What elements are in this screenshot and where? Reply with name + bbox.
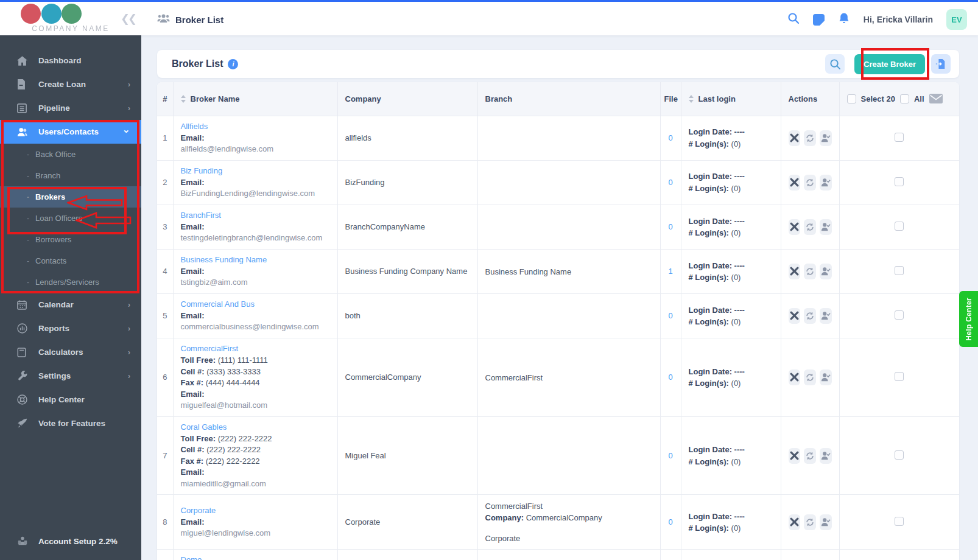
file-count-link[interactable]: 0 bbox=[660, 416, 681, 495]
delete-x-icon[interactable] bbox=[789, 264, 801, 279]
sidebar-item-dashboard[interactable]: Dashboard bbox=[0, 49, 141, 72]
impersonate-user-icon[interactable] bbox=[820, 448, 832, 464]
sidebar-collapse-icon[interactable]: ❮❮ bbox=[121, 12, 135, 26]
reports-icon bbox=[17, 323, 28, 334]
company-name-text: COMPANY NAME bbox=[0, 24, 141, 33]
file-count-link[interactable]: 0 bbox=[660, 338, 681, 416]
table-search-button[interactable] bbox=[825, 54, 845, 74]
company-cell: BranchCompanyName bbox=[337, 205, 477, 249]
file-count-link[interactable]: 1 bbox=[660, 249, 681, 293]
help-center-tab[interactable]: Help Center bbox=[959, 291, 978, 347]
row-checkbox[interactable] bbox=[895, 222, 904, 231]
sidebar-item-loan-officers[interactable]: -Loan Officers bbox=[0, 208, 141, 229]
notifications-bell-icon[interactable] bbox=[838, 12, 850, 27]
sidebar-item-users-contacts[interactable]: Users/Contacts⌄ bbox=[0, 120, 141, 144]
broker-name-link[interactable]: Biz Funding bbox=[181, 166, 223, 175]
resend-sync-icon[interactable] bbox=[804, 130, 816, 146]
sidebar-item-lenders-servicers[interactable]: -Lenders/Servicers bbox=[0, 271, 141, 293]
sidebar-item-calculators[interactable]: Calculators› bbox=[0, 340, 141, 364]
impersonate-user-icon[interactable] bbox=[820, 219, 832, 235]
broker-name-link[interactable]: Demo bbox=[181, 555, 202, 560]
export-button[interactable] bbox=[931, 54, 951, 74]
impersonate-user-icon[interactable] bbox=[820, 130, 832, 146]
impersonate-user-icon[interactable] bbox=[820, 514, 832, 530]
resend-sync-icon[interactable] bbox=[804, 264, 816, 279]
col-header-last-login[interactable]: Last login bbox=[681, 82, 781, 116]
sidebar-item-pipeline[interactable]: Pipeline› bbox=[0, 96, 141, 120]
sort-last-login[interactable] bbox=[689, 95, 694, 103]
file-count-link[interactable]: 0 bbox=[660, 495, 681, 550]
row-checkbox[interactable] bbox=[895, 310, 904, 320]
delete-x-icon[interactable] bbox=[789, 369, 801, 385]
submenu-dash: - bbox=[27, 257, 29, 265]
impersonate-user-icon[interactable] bbox=[820, 175, 832, 191]
login-date-line: Login Date: ---- bbox=[689, 366, 773, 377]
select-all-checkbox[interactable] bbox=[900, 94, 909, 103]
resend-sync-icon[interactable] bbox=[804, 448, 816, 464]
delete-x-icon[interactable] bbox=[789, 448, 801, 464]
create-broker-button[interactable]: Create Broker bbox=[854, 54, 925, 74]
row-checkbox[interactable] bbox=[895, 177, 904, 186]
resend-sync-icon[interactable] bbox=[804, 175, 816, 191]
resend-sync-icon[interactable] bbox=[804, 308, 816, 324]
topbar-search-icon[interactable] bbox=[787, 12, 800, 27]
chevron-right-icon: › bbox=[128, 104, 130, 113]
broker-name-link[interactable]: BranchFirst bbox=[181, 211, 221, 220]
row-checkbox[interactable] bbox=[895, 517, 904, 526]
email-envelope-icon[interactable] bbox=[929, 94, 943, 103]
file-count-link[interactable]: 0 bbox=[660, 293, 681, 338]
resend-sync-icon[interactable] bbox=[804, 514, 816, 530]
sidebar-item-branch[interactable]: -Branch bbox=[0, 165, 141, 186]
user-avatar[interactable]: EV bbox=[946, 9, 967, 30]
file-count-link[interactable]: 0 bbox=[660, 116, 681, 160]
contact-line: Cell #: (222) 222-2222 bbox=[181, 444, 330, 455]
broker-name-link[interactable]: Allfields bbox=[181, 122, 208, 131]
delete-x-icon[interactable] bbox=[789, 219, 801, 235]
sidebar-item-help-center[interactable]: Help Center bbox=[0, 388, 141, 411]
sidebar-item-account-setup[interactable]: Account Setup 2.2% bbox=[0, 536, 141, 547]
col-header-company[interactable]: Company bbox=[337, 82, 477, 116]
info-icon[interactable]: i bbox=[228, 59, 238, 69]
sidebar-item-settings[interactable]: Settings› bbox=[0, 364, 141, 388]
resend-sync-icon[interactable] bbox=[804, 369, 816, 385]
row-checkbox[interactable] bbox=[895, 266, 904, 275]
sidebar-item-brokers[interactable]: -Brokers bbox=[0, 186, 141, 208]
broker-name-link[interactable]: Coral Gables bbox=[181, 422, 227, 432]
sidebar-item-borrowers[interactable]: -Borrowers bbox=[0, 229, 141, 250]
delete-x-icon[interactable] bbox=[789, 130, 801, 146]
col-header-file[interactable]: File bbox=[660, 82, 681, 116]
delete-x-icon[interactable] bbox=[789, 514, 801, 530]
sidebar-item-contacts[interactable]: -Contacts bbox=[0, 250, 141, 271]
row-index: 7 bbox=[157, 416, 173, 495]
sidebar-item-back-office[interactable]: -Back Office bbox=[0, 144, 141, 165]
row-checkbox[interactable] bbox=[895, 372, 904, 381]
broker-name-link[interactable]: CommercialFirst bbox=[181, 344, 239, 353]
file-count-link[interactable]: 0 bbox=[660, 205, 681, 249]
resend-sync-icon[interactable] bbox=[804, 219, 816, 235]
logins-count-line: # Login(s): (0) bbox=[689, 183, 773, 194]
file-count-link[interactable]: 0 bbox=[660, 550, 681, 560]
file-count-link[interactable]: 0 bbox=[660, 160, 681, 205]
sidebar-item-calendar[interactable]: Calendar› bbox=[0, 293, 141, 317]
sort-broker-name[interactable] bbox=[181, 95, 186, 103]
broker-name-link[interactable]: Corporate bbox=[181, 506, 216, 515]
delete-x-icon[interactable] bbox=[789, 308, 801, 324]
select-20-checkbox[interactable] bbox=[847, 94, 856, 103]
col-header-branch[interactable]: Branch bbox=[477, 82, 660, 116]
impersonate-user-icon[interactable] bbox=[820, 369, 832, 385]
impersonate-user-icon[interactable] bbox=[820, 308, 832, 324]
sidebar-item-vote-for-features[interactable]: Vote for Features bbox=[0, 411, 141, 435]
row-checkbox[interactable] bbox=[895, 133, 904, 142]
broker-name-link[interactable]: Commercial And Bus bbox=[181, 299, 255, 309]
row-checkbox[interactable] bbox=[895, 450, 904, 460]
sidebar-item-reports[interactable]: Reports› bbox=[0, 317, 141, 340]
impersonate-user-icon[interactable] bbox=[820, 264, 832, 279]
broker-name-link[interactable]: Business Funding Name bbox=[181, 255, 267, 264]
user-greeting[interactable]: Hi, Ericka Villarin bbox=[864, 15, 933, 24]
delete-x-icon[interactable] bbox=[789, 175, 801, 191]
chevron-right-icon: › bbox=[128, 348, 130, 357]
col-header-broker-name[interactable]: Broker Name bbox=[173, 82, 337, 116]
sidebar-item-create-loan[interactable]: Create Loan› bbox=[0, 72, 141, 96]
broker-list-card-header: Broker List i Create Broker bbox=[157, 50, 959, 78]
notes-icon[interactable] bbox=[813, 14, 825, 26]
